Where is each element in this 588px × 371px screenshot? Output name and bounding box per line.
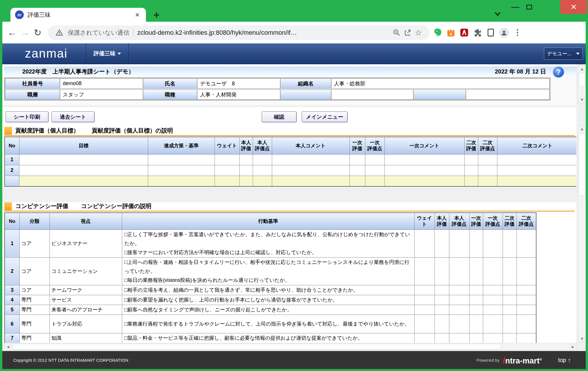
main-horizontal-scrollbar[interactable]: ◄ ►: [4, 343, 577, 350]
scroll-down-icon[interactable]: ▼: [578, 96, 586, 103]
evaluation-cell: [483, 229, 503, 257]
evaluation-cell: [365, 165, 384, 176]
evaluation-cell: [215, 165, 239, 176]
table-row: 1コアビジネスマナー□正しく丁寧な挨拶・返事・言葉遣いができていたか。また、みだ…: [5, 229, 536, 257]
app-logo[interactable]: zanmai: [2, 47, 86, 60]
main-menu-button[interactable]: メインメニュー: [302, 111, 347, 122]
evaluation-cell: [503, 229, 516, 257]
share-icon[interactable]: [402, 27, 413, 38]
forward-icon[interactable]: →: [19, 26, 31, 39]
competency-table: No分類視点行動基準ウェイト本人 評価本人 評価点一次 評価一次 評価点二次 評…: [4, 212, 536, 343]
table-row: 4専門サービス□顧客の要望を漏れなく把握し、上司の行動をお手本にしながら適切な接…: [5, 295, 536, 305]
svg-text:A: A: [449, 32, 452, 36]
evaluation-cell: [478, 154, 497, 165]
evaluation-cell: [414, 257, 435, 285]
help-icon[interactable]: ?: [553, 67, 564, 78]
security-label[interactable]: 保護されていない通信: [68, 29, 129, 37]
window-close-button[interactable]: ✕: [560, 0, 587, 14]
new-tab-button[interactable]: +: [153, 10, 160, 20]
browser-tab[interactable]: zc 評価三味 ×: [10, 8, 146, 22]
evernote-extension-icon[interactable]: [432, 27, 443, 38]
scrollbar-thumb[interactable]: [578, 133, 586, 196]
row-number-cell: [5, 176, 19, 186]
table-row: 2コアコミュニケーション□上司への報告・連絡・相談を日々タイムリーに行い、相手や…: [5, 257, 536, 285]
column-header: 二次 評価点: [478, 137, 497, 154]
evaluation-cell: [449, 305, 469, 315]
reading-list-icon[interactable]: [485, 27, 496, 38]
intra-mart-logo: intra-mart®: [503, 355, 542, 366]
header-scrollbar[interactable]: ▲ ▼: [578, 65, 586, 103]
contribution-description-link[interactable]: 貢献度評価（個人目標）の説明: [92, 127, 173, 135]
employee-field-value: スタッフ: [60, 89, 143, 100]
extensions-puzzle-icon[interactable]: [472, 27, 483, 38]
employee-field-value: 人事・総務部: [331, 78, 549, 89]
main-vertical-scrollbar[interactable]: ▲ ▼: [578, 125, 586, 342]
evaluation-cell: [414, 305, 435, 315]
evaluation-cell: [435, 257, 449, 285]
top-link[interactable]: top ↑: [558, 357, 571, 363]
employee-field-label: 氏名: [143, 78, 197, 89]
row-number-cell: 3: [5, 285, 19, 295]
window-maximize-button[interactable]: [521, 0, 537, 14]
scrollbar-thumb[interactable]: [578, 73, 586, 87]
evaluation-cell: [239, 154, 253, 165]
competency-description-link[interactable]: コンピテンシー評価の説明: [81, 202, 151, 210]
column-header: No: [5, 137, 19, 154]
evaluation-cell: [449, 333, 469, 343]
evaluation-cell: [365, 176, 384, 186]
address-bar[interactable]: 保護されていない通信 zcloud-demo.k2-infinities.jp:…: [48, 25, 430, 40]
scrollbar-track[interactable]: [578, 72, 586, 96]
viewpoint-cell: コミュニケーション: [50, 257, 122, 285]
evaluation-cell: [464, 165, 478, 176]
scrollbar-thumb[interactable]: [12, 344, 501, 350]
category-cell: 専門: [19, 333, 50, 343]
bookmark-star-icon[interactable]: ☆: [413, 27, 424, 38]
adobe-acrobat-extension-icon[interactable]: [459, 27, 470, 38]
profile-avatar[interactable]: [499, 27, 510, 38]
column-header: 一次 評価: [469, 213, 483, 229]
past-sheets-button[interactable]: 過去シート: [52, 111, 94, 122]
tab-search-chevron-icon[interactable]: [493, 9, 503, 19]
scroll-up-icon[interactable]: ▲: [578, 125, 586, 132]
evaluation-cell: [503, 257, 516, 285]
scroll-down-icon[interactable]: ▼: [578, 335, 586, 342]
evaluation-cell: [449, 257, 469, 285]
zoom-indicator-icon[interactable]: [391, 27, 402, 38]
scrollbar-track[interactable]: [578, 132, 586, 335]
row-number-cell: 4: [5, 295, 19, 305]
evaluation-cell: [464, 176, 478, 186]
criteria-cell: □正しく丁寧な挨拶・返事・言葉遣いができていたか。また、みだしなみに気を配り、公…: [122, 229, 414, 257]
shopping-extension-icon[interactable]: A: [445, 27, 456, 38]
appbar-divider: [128, 43, 129, 64]
print-sheet-button[interactable]: シート印刷: [6, 111, 48, 122]
scroll-left-icon[interactable]: ◄: [5, 343, 12, 350]
evaluation-cell: [349, 154, 365, 165]
confirm-button[interactable]: 確認: [262, 111, 296, 122]
column-header: 一次 評価点: [365, 137, 384, 154]
evaluation-cell: [384, 165, 464, 176]
scroll-up-icon[interactable]: ▲: [578, 65, 586, 72]
evaluation-cell: [469, 305, 483, 315]
competency-title: コンピテンシー評価: [15, 202, 68, 210]
user-menu-dropdown[interactable]: デモユー...: [544, 47, 583, 60]
evaluation-cell: [435, 333, 449, 343]
evaluation-cell: [349, 165, 365, 176]
reload-icon[interactable]: ↻: [31, 26, 44, 39]
category-cell: 専門: [19, 315, 50, 333]
scroll-right-icon[interactable]: ►: [569, 343, 576, 350]
url-text[interactable]: zcloud-demo.k2-infinities.jp:8080/hyk/me…: [137, 29, 391, 36]
browser-menu-icon[interactable]: [512, 27, 523, 38]
column-header: 本人 評価: [435, 213, 449, 229]
scrollbar-track[interactable]: [12, 343, 569, 350]
tab-close-icon[interactable]: ×: [133, 11, 141, 19]
criteria-cell: □業務遂行過程で発生するトラブルやクレームに対して、上司の指示を仰ぎ落ち着いて対…: [122, 315, 414, 333]
back-icon[interactable]: ←: [6, 26, 19, 39]
evaluation-cell: [435, 229, 449, 257]
app-menu-dropdown[interactable]: 評価三味: [86, 50, 128, 57]
evaluation-cell: [497, 165, 576, 176]
evaluation-cell: [272, 165, 349, 176]
evaluation-cell: [449, 315, 469, 333]
section-marker-icon: [4, 127, 12, 135]
employee-field-value: デモユーザ 8: [197, 78, 280, 89]
employee-field-label: 組織名: [280, 78, 331, 89]
